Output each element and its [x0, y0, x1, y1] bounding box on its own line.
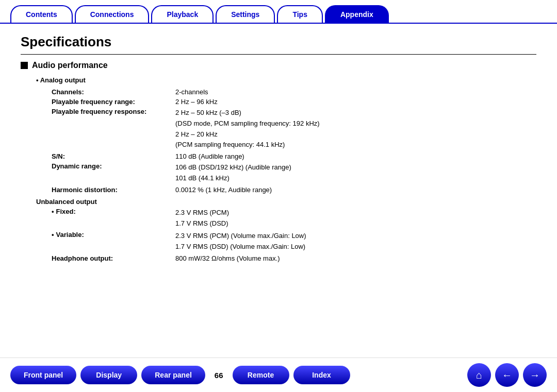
spec-row-variable: •Variable: 2.3 V RMS (PCM) (Volume max./…: [52, 231, 536, 252]
unbalanced-output-header: Unbalanced output: [36, 198, 536, 206]
harmonic-value: 0.0012 % (1 kHz, Audible range): [175, 186, 536, 194]
freq-range-label: Playable frequency range:: [52, 98, 175, 106]
remote-button[interactable]: Remote: [233, 366, 289, 384]
spec-row-fixed: •Fixed: 2.3 V RMS (PCM) 1.7 V RMS (DSD): [52, 208, 536, 229]
spec-row-freq-response: Playable frequency response: 2 Hz – 50 k…: [52, 108, 536, 150]
variable-label: •Variable:: [52, 231, 175, 238]
variable-value: 2.3 V RMS (PCM) (Volume max./Gain: Low) …: [175, 231, 536, 252]
harmonic-label: Harmonic distortion:: [52, 186, 175, 194]
bottom-nav-left: Front panel Display Rear panel 66 Remote…: [10, 366, 350, 384]
spec-row-freq-range: Playable frequency range: 2 Hz – 96 kHz: [52, 98, 536, 106]
freq-response-label: Playable frequency response:: [52, 108, 175, 115]
tab-playback[interactable]: Playback: [151, 5, 214, 23]
index-button[interactable]: Index: [293, 366, 350, 384]
page-number: 66: [209, 371, 228, 380]
section-header: Audio performance: [21, 61, 536, 70]
tab-settings[interactable]: Settings: [216, 5, 275, 23]
analog-output-bullet: Analog output: [36, 76, 536, 84]
fixed-value: 2.3 V RMS (PCM) 1.7 V RMS (DSD): [175, 208, 536, 229]
spec-table-unbalanced: •Fixed: 2.3 V RMS (PCM) 1.7 V RMS (DSD) …: [52, 208, 536, 262]
spec-row-headphone: Headphone output: 800 mW/32 Ω/ohms (Volu…: [52, 254, 536, 262]
bottom-nav-right: ⌂ ← →: [467, 363, 547, 387]
front-panel-button[interactable]: Front panel: [10, 366, 76, 384]
back-button[interactable]: ←: [495, 363, 519, 387]
spec-row-sn: S/N: 110 dB (Audible range): [52, 152, 536, 160]
fixed-label: •Fixed:: [52, 208, 175, 215]
main-content: Specifications Audio performance Analog …: [0, 24, 557, 357]
top-navigation: Contents Connections Playback Settings T…: [0, 0, 557, 24]
spec-row-harmonic: Harmonic distortion: 0.0012 % (1 kHz, Au…: [52, 186, 536, 194]
forward-button[interactable]: →: [523, 363, 547, 387]
bottom-navigation: Front panel Display Rear panel 66 Remote…: [0, 357, 557, 392]
headphone-label: Headphone output:: [52, 254, 175, 262]
freq-response-value: 2 Hz – 50 kHz (–3 dB) (DSD mode, PCM sam…: [175, 108, 536, 150]
display-button[interactable]: Display: [80, 366, 137, 384]
tab-connections[interactable]: Connections: [75, 5, 150, 23]
spec-table: Channels: 2-channels Playable frequency …: [52, 88, 536, 194]
dynamic-value: 106 dB (DSD/192 kHz) (Audible range) 101…: [175, 162, 536, 184]
channels-label: Channels:: [52, 88, 175, 96]
home-button[interactable]: ⌂: [467, 363, 491, 387]
section-icon: [21, 62, 28, 69]
rear-panel-button[interactable]: Rear panel: [141, 366, 205, 384]
section-title: Audio performance: [32, 61, 108, 70]
sn-value: 110 dB (Audible range): [175, 152, 536, 160]
tab-contents[interactable]: Contents: [10, 5, 73, 23]
tab-tips[interactable]: Tips: [277, 5, 323, 23]
channels-value: 2-channels: [175, 88, 536, 96]
page-title: Specifications: [21, 34, 536, 55]
freq-range-value: 2 Hz – 96 kHz: [175, 98, 536, 106]
spec-row-channels: Channels: 2-channels: [52, 88, 536, 96]
tab-appendix[interactable]: Appendix: [325, 5, 389, 23]
spec-row-dynamic: Dynamic range: 106 dB (DSD/192 kHz) (Aud…: [52, 162, 536, 184]
sn-label: S/N:: [52, 152, 175, 160]
headphone-value: 800 mW/32 Ω/ohms (Volume max.): [175, 254, 536, 262]
dynamic-label: Dynamic range:: [52, 162, 175, 170]
